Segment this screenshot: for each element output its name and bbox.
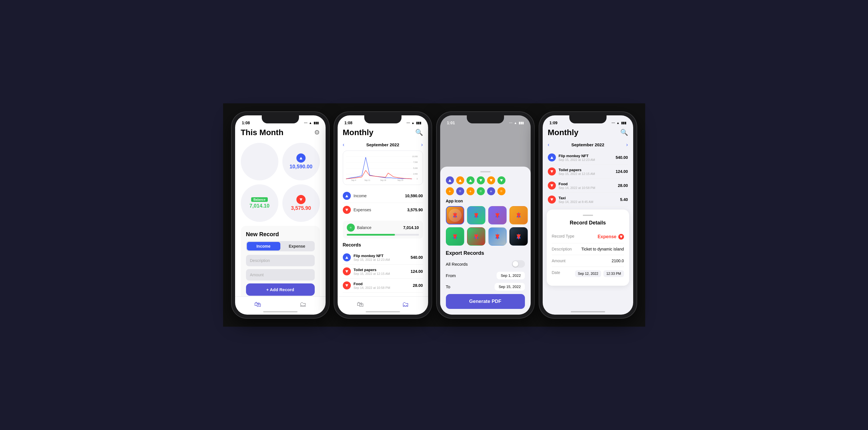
rec-icon-4-3	[548, 181, 556, 190]
notch-4	[569, 115, 607, 123]
dot-tri-6	[500, 179, 503, 182]
income-summary-left: Income	[343, 192, 367, 200]
prev-month-button[interactable]: ‹	[343, 142, 344, 148]
next-month-4[interactable]: ›	[626, 142, 628, 148]
app-icon-label: App Icon	[446, 199, 525, 203]
generate-pdf-button[interactable]: Generate PDF	[446, 294, 525, 309]
rec-4-3[interactable]: Food Sep 14, 2022 at 10:58 PM 28.00	[548, 179, 628, 193]
svg-text:Sep 4: Sep 4	[351, 179, 356, 181]
app-icon-5[interactable]	[446, 227, 464, 245]
app-icon-3[interactable]	[488, 206, 506, 225]
prev-month-4[interactable]: ‹	[548, 142, 550, 148]
svg-text:Sep 25: Sep 25	[397, 179, 403, 181]
monthly-header-4: Monthly 🔍	[548, 128, 628, 137]
icon-dot-10: =	[477, 187, 485, 195]
dot-tri-5	[490, 179, 493, 182]
app-icons-grid	[446, 206, 525, 245]
home-indicator-1	[263, 311, 298, 312]
rec-4-1[interactable]: Flip monkey NFT Sep 15, 2022 at 12:23 AM…	[548, 151, 628, 165]
wifi-icon: ▲	[309, 121, 312, 125]
svg-text:7,500: 7,500	[413, 161, 418, 163]
search-button-4[interactable]: 🔍	[620, 129, 628, 136]
from-date-row: From Sep 1, 2022	[446, 272, 525, 279]
monthly-header: Monthly 🔍	[343, 128, 423, 137]
rec-4-2[interactable]: Toilet papers Sep 15, 2022 at 12:15 AM 1…	[548, 165, 628, 179]
eq-icon: =	[459, 189, 461, 194]
icon-dot-2	[456, 176, 464, 185]
rec-4-4[interactable]: Taxi Sep 14, 2022 at 8:45 AM 5.40	[548, 193, 628, 207]
all-records-row: All Records	[446, 260, 525, 268]
icon-dot-8: =	[456, 187, 464, 195]
all-records-toggle[interactable]	[512, 260, 525, 268]
record-type-value: Expense	[598, 234, 617, 239]
record-info-1: Flip monkey NFT Sep 15, 2022 at 12:23 AM	[354, 254, 390, 261]
month-nav-4: ‹ September 2022 ›	[548, 142, 628, 148]
nav-add-icon[interactable]: 🛍	[254, 300, 261, 308]
records-section-2: Records Flip monkey NFT Sep 15, 2022 at …	[343, 242, 423, 293]
record-item-1[interactable]: Flip monkey NFT Sep 15, 2022 at 12:23 AM…	[343, 251, 423, 265]
app-icon-1[interactable]	[446, 206, 464, 225]
record-date-1: Sep 15, 2022 at 12:23 AM	[354, 258, 390, 261]
wifi-icon-2: ▲	[411, 121, 415, 125]
expense-amount: 3,575.90	[291, 205, 311, 211]
rec-tri-1	[345, 256, 348, 259]
rec-icon-4-2	[548, 167, 556, 175]
expense-tab[interactable]: Expense	[280, 242, 314, 251]
empty-circle	[241, 143, 278, 180]
expense-summary-left: Expenses	[343, 206, 371, 214]
expense-icon	[297, 195, 306, 204]
rec-left-4-2: Toilet papers Sep 15, 2022 at 12:15 AM	[548, 167, 595, 175]
status-icons-1: ···· ▲ ▮▮▮	[304, 121, 318, 125]
expense-sum-label: Expenses	[354, 207, 371, 212]
plus-icon: +	[448, 189, 451, 194]
description-input[interactable]: Description	[246, 255, 315, 266]
app-icon-2[interactable]	[467, 206, 486, 225]
from-date-value[interactable]: Sep 1, 2022	[497, 272, 525, 279]
app-icon-8[interactable]	[509, 227, 528, 245]
expense-tri	[345, 209, 348, 211]
status-time-2: 1:08	[344, 121, 352, 125]
add-record-button[interactable]: + Add Record	[246, 284, 315, 296]
app-icon-svg-4	[512, 208, 526, 223]
nav-records-icon-2[interactable]: 🗂	[402, 300, 409, 308]
rec-name-4-2: Toilet papers	[559, 168, 595, 172]
tri-4-2	[550, 170, 553, 173]
record-left-3: Food Sep 14, 2022 at 10:58 PM	[343, 282, 390, 290]
nav-add-icon-2[interactable]: 🛍	[357, 300, 364, 308]
rec-amt-4-1: 540.00	[616, 155, 628, 160]
app-icon-6[interactable]	[467, 227, 486, 245]
settings-button[interactable]: ⚙	[314, 129, 320, 136]
signal-icon: ····	[304, 121, 307, 125]
record-item-2[interactable]: Toilet papers Sep 15, 2022 at 12:15 AM 1…	[343, 265, 423, 278]
amount-input[interactable]: Amount	[246, 269, 315, 280]
notch-3	[467, 115, 504, 123]
record-item-3[interactable]: Food Sep 14, 2022 at 10:58 PM 28.00	[343, 278, 423, 293]
search-button-2[interactable]: 🔍	[415, 129, 423, 136]
expense-badge: Expense	[598, 234, 624, 240]
income-amount: 10,590.00	[289, 164, 312, 170]
income-summary-row: Income 10,590.00	[343, 189, 423, 203]
svg-text:0: 0	[417, 178, 418, 180]
eq-icon-2: =	[479, 189, 482, 194]
record-info-2: Toilet papers Sep 15, 2022 at 12:15 AM	[354, 268, 390, 275]
income-tab[interactable]: Income	[247, 242, 280, 251]
income-sum-value: 10,590.00	[405, 194, 423, 198]
svg-text:Sep 11: Sep 11	[364, 179, 370, 181]
icon-preview-row-1	[446, 176, 525, 185]
status-time-3: 1:01	[447, 121, 455, 125]
icon-dot-3	[466, 176, 474, 185]
next-month-button[interactable]: ›	[421, 142, 423, 148]
app-icon-7[interactable]	[488, 227, 506, 245]
time-chip: 12:33 PM	[603, 270, 624, 277]
left-circles: Balance 7,014.10	[241, 143, 278, 222]
nav-records-icon[interactable]: 🗂	[300, 300, 306, 308]
records-title-2: Records	[343, 242, 423, 247]
rec-tri-2	[345, 270, 348, 273]
to-date-value[interactable]: Sep 15, 2022	[495, 283, 525, 291]
rec-amt-4-3: 28.00	[618, 183, 628, 188]
balance-amount: 7,014.10	[249, 203, 270, 209]
app-icon-svg-5	[448, 229, 462, 244]
app-icon-4[interactable]	[509, 206, 528, 225]
detail-title: Record Details	[552, 220, 624, 226]
record-left-1: Flip monkey NFT Sep 15, 2022 at 12:23 AM	[343, 253, 390, 261]
